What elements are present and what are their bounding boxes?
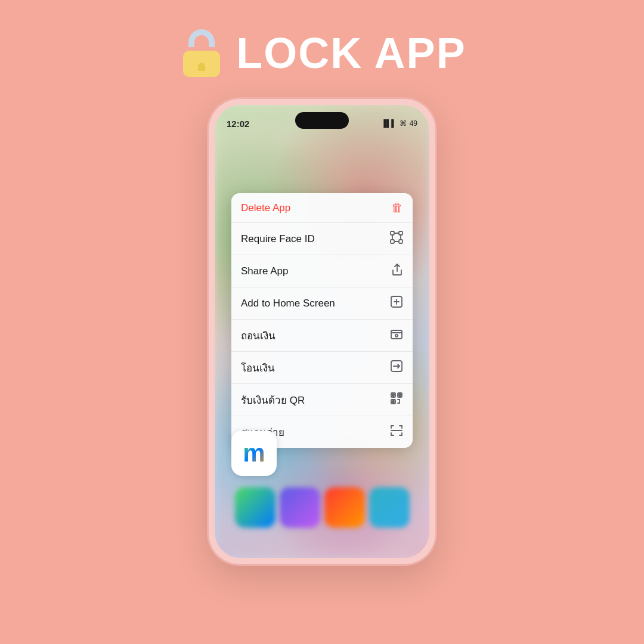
signal-icon: ▐▌▌ (381, 119, 397, 128)
add-home-icon (390, 295, 403, 311)
dock-icon-3 (324, 487, 365, 528)
scan-icon (390, 424, 403, 440)
menu-item-delete-app-label: Delete App (241, 202, 290, 214)
menu-item-delete-app[interactable]: Delete App 🗑 (231, 193, 413, 223)
svg-rect-11 (392, 394, 394, 396)
wifi-icon: ⌘ (400, 119, 407, 128)
lock-body (183, 51, 220, 77)
dock-icon-2 (280, 487, 320, 528)
trash-icon: 🗑 (391, 201, 403, 215)
svg-rect-12 (399, 394, 401, 396)
phone-screen: 12:02 ▐▌▌ ⌘ 49 Delete App 🗑 Require Face… (215, 105, 429, 558)
menu-item-share-app[interactable]: Share App (231, 255, 413, 287)
svg-rect-1 (399, 231, 402, 235)
page-header: LOCK APP (178, 29, 466, 78)
svg-rect-3 (399, 240, 402, 243)
transfer-icon (390, 360, 403, 376)
svg-rect-0 (391, 231, 394, 235)
menu-item-add-home[interactable]: Add to Home Screen (231, 287, 413, 320)
phone-mockup: 12:02 ▐▌▌ ⌘ 49 Delete App 🗑 Require Face… (209, 99, 435, 564)
menu-item-receive-qr-label: รับเงินด้วย QR (241, 392, 305, 408)
face-id-icon (390, 231, 403, 247)
menu-item-transfer[interactable]: โอนเงิน (231, 352, 413, 384)
context-menu: Delete App 🗑 Require Face ID Share App (231, 193, 413, 448)
qr-icon (390, 392, 403, 408)
svg-point-6 (395, 335, 398, 337)
status-time: 12:02 (227, 119, 249, 129)
menu-item-face-id-label: Require Face ID (241, 233, 315, 245)
menu-item-face-id[interactable]: Require Face ID (231, 223, 413, 255)
app-icon[interactable]: m (231, 431, 277, 476)
menu-item-withdraw[interactable]: ถอนเงิน (231, 320, 413, 352)
status-icons: ▐▌▌ ⌘ 49 (381, 119, 417, 128)
share-icon (391, 263, 403, 279)
menu-item-transfer-label: โอนเงิน (241, 360, 275, 376)
bottom-dock (215, 475, 429, 540)
dynamic-island (295, 112, 349, 129)
app-icon-label: m (243, 439, 265, 467)
lock-icon (178, 29, 225, 77)
lock-keyhole (198, 63, 205, 71)
menu-item-withdraw-label: ถอนเงิน (241, 327, 275, 343)
svg-rect-2 (391, 240, 394, 243)
page-title: LOCK APP (236, 29, 466, 78)
dock-icon-4 (369, 487, 410, 528)
lock-shackle (188, 29, 215, 47)
withdraw-icon (390, 327, 403, 343)
battery-icon: 49 (410, 119, 417, 128)
dock-icon-1 (235, 487, 275, 528)
svg-rect-13 (392, 401, 394, 402)
menu-item-receive-qr[interactable]: รับเงินด้วย QR (231, 384, 413, 416)
menu-item-share-app-label: Share App (241, 265, 288, 277)
menu-item-add-home-label: Add to Home Screen (241, 298, 335, 309)
